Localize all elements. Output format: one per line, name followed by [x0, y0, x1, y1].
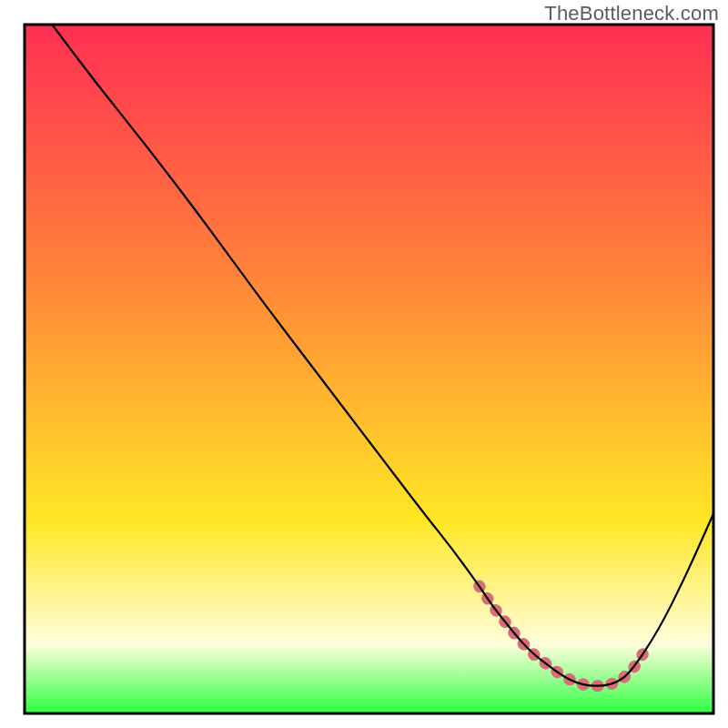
- gradient-background: [25, 25, 713, 713]
- chart-svg: [0, 0, 728, 728]
- chart-stage: { "watermark": "TheBottleneck.com", "plo…: [0, 0, 728, 728]
- watermark: TheBottleneck.com: [544, 2, 719, 25]
